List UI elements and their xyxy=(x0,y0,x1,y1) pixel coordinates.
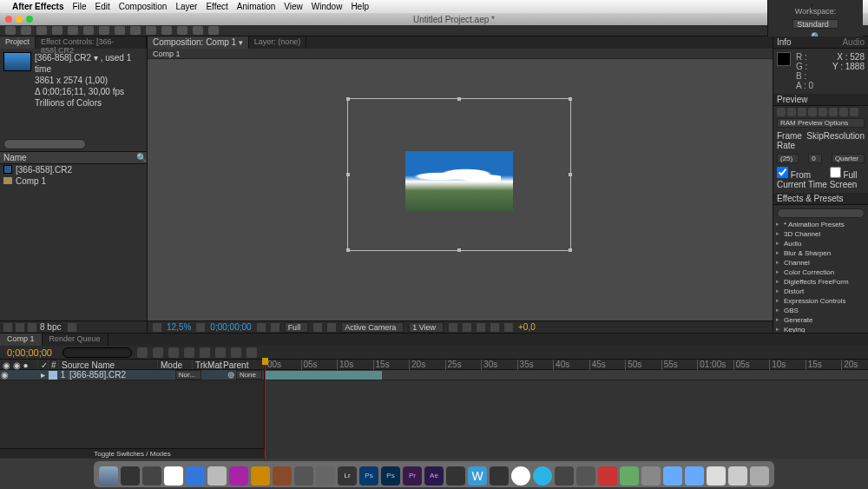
handle-icon[interactable] xyxy=(457,97,461,101)
composition-viewport[interactable] xyxy=(148,59,773,320)
brush-tool-icon[interactable] xyxy=(146,26,156,35)
dock-app-icon[interactable] xyxy=(446,466,465,486)
handle-icon[interactable] xyxy=(346,173,350,176)
resolution-icon[interactable] xyxy=(196,323,205,332)
dock-ical-icon[interactable] xyxy=(164,466,183,486)
motion-blur-icon[interactable] xyxy=(200,347,210,358)
comp-image[interactable] xyxy=(405,151,513,212)
tab-project[interactable]: Project xyxy=(0,36,36,49)
autokey-icon[interactable] xyxy=(231,347,241,358)
timeline-tracks[interactable]: 00s05s10s15s20s25s30s35s40s45s50s55s01:0… xyxy=(265,360,868,459)
tab-render-queue[interactable]: Render Queue xyxy=(43,334,108,346)
hand-tool-icon[interactable] xyxy=(21,26,31,35)
current-time-indicator[interactable] xyxy=(265,360,266,459)
menu-animation[interactable]: Animation xyxy=(237,2,275,11)
camera-dropdown[interactable]: Active Camera xyxy=(341,322,404,333)
selection-tool-icon[interactable] xyxy=(5,26,16,35)
timeline-layer-row[interactable]: ◉ ▸ 1 [366-858].CR2 Nor... ⊚ None xyxy=(0,370,264,380)
col-source-name[interactable]: Source Name xyxy=(59,360,158,369)
full-screen-checkbox[interactable]: Full Screen xyxy=(830,167,865,189)
handle-icon[interactable] xyxy=(346,248,350,252)
frame-blend-icon[interactable] xyxy=(184,347,194,358)
zoom-icon[interactable] xyxy=(26,16,33,23)
view-dropdown[interactable]: 1 View xyxy=(409,322,444,333)
minimize-icon[interactable] xyxy=(16,16,23,23)
menu-composition[interactable]: Composition xyxy=(119,2,168,11)
pen-tool-icon[interactable] xyxy=(115,26,125,35)
prev-frame-icon[interactable] xyxy=(787,108,796,116)
effect-category[interactable]: Generate xyxy=(773,315,868,325)
dock-photoshop-icon[interactable]: Ps xyxy=(359,466,378,486)
preview-panel-header[interactable]: Preview xyxy=(773,94,868,106)
dock-chrome-icon[interactable] xyxy=(511,466,530,486)
project-row-comp[interactable]: Comp 1 xyxy=(0,175,147,187)
timeline-icon[interactable] xyxy=(477,323,485,332)
tab-comp-timeline[interactable]: Comp 1 xyxy=(0,334,43,346)
tab-effect-controls[interactable]: Effect Controls: [366-858].CR2 xyxy=(36,36,147,49)
project-row-asset[interactable]: [366-858].CR2 xyxy=(0,164,147,175)
effect-category[interactable]: Keying xyxy=(773,325,868,333)
layer-track[interactable] xyxy=(265,370,868,380)
layer-label-color[interactable] xyxy=(49,371,57,380)
camera-tool-icon[interactable] xyxy=(68,26,78,35)
dock-word-icon[interactable]: W xyxy=(468,466,487,486)
dock-dashboard-icon[interactable] xyxy=(121,466,140,486)
fast-preview-icon[interactable] xyxy=(463,323,471,332)
clone-tool-icon[interactable] xyxy=(161,26,172,35)
resolution-dropdown[interactable]: Full xyxy=(285,322,309,333)
effect-category[interactable]: Audio xyxy=(773,239,868,248)
effect-category[interactable]: * Animation Presets xyxy=(773,220,868,229)
channel-icon[interactable] xyxy=(271,323,279,332)
dock-folder-icon[interactable] xyxy=(728,466,747,486)
trash-icon[interactable] xyxy=(68,323,76,332)
eraser-tool-icon[interactable] xyxy=(177,26,187,35)
current-timecode[interactable]: 0;00;00;00 xyxy=(0,347,59,358)
menu-file[interactable]: File xyxy=(72,2,86,11)
dock-skype-icon[interactable] xyxy=(533,466,552,486)
video-toggle-icon[interactable]: ◉ xyxy=(0,370,10,380)
dock-app-icon[interactable] xyxy=(555,466,574,486)
dock-premiere-icon[interactable]: Pr xyxy=(403,466,422,486)
rect-tool-icon[interactable] xyxy=(99,26,109,35)
comp-mini-flowchart-icon[interactable] xyxy=(137,347,148,358)
zoom-dropdown[interactable]: 12,5% xyxy=(167,322,191,332)
effect-category[interactable]: Digieffects FreeForm xyxy=(773,277,868,287)
dock-trash-icon[interactable] xyxy=(750,466,769,486)
pixel-aspect-icon[interactable] xyxy=(449,323,457,332)
dock-app-icon[interactable] xyxy=(294,466,313,486)
mute-icon[interactable] xyxy=(829,108,838,116)
dock-appstore-icon[interactable] xyxy=(186,466,205,486)
dock-app-icon[interactable] xyxy=(490,466,509,486)
handle-icon[interactable] xyxy=(569,97,572,101)
effect-category[interactable]: 3D Channel xyxy=(773,229,868,239)
dock-app-icon[interactable] xyxy=(316,466,335,486)
handle-icon[interactable] xyxy=(346,97,350,101)
menu-effect[interactable]: Effect xyxy=(206,2,227,11)
handle-icon[interactable] xyxy=(569,173,572,176)
traffic-lights[interactable] xyxy=(5,16,33,23)
dock-settings-icon[interactable] xyxy=(142,466,161,486)
effect-category[interactable]: Color Correction xyxy=(773,268,868,277)
hide-shy-icon[interactable] xyxy=(168,347,179,358)
col-name[interactable]: Name xyxy=(3,153,27,162)
snapshot-icon[interactable] xyxy=(257,323,266,332)
text-tool-icon[interactable] xyxy=(130,26,141,35)
draft3d-icon[interactable] xyxy=(153,347,163,358)
zoom-tool-icon[interactable] xyxy=(36,26,47,35)
parent-dropdown[interactable]: None xyxy=(236,370,262,380)
exposure-value[interactable]: +0,0 xyxy=(518,322,536,332)
interpret-icon[interactable] xyxy=(3,323,12,332)
puppet-tool-icon[interactable] xyxy=(208,26,219,35)
menu-layer[interactable]: Layer xyxy=(175,2,197,11)
time-ruler[interactable]: 00s05s10s15s20s25s30s35s40s45s50s55s01:0… xyxy=(265,360,868,370)
tab-layer[interactable]: Layer: (none) xyxy=(249,36,307,49)
timeline-search-input[interactable] xyxy=(62,347,132,358)
menu-edit[interactable]: Edit xyxy=(95,2,110,11)
dock-photoshop2-icon[interactable]: Ps xyxy=(381,466,400,486)
blend-mode-dropdown[interactable]: Nor... xyxy=(175,370,201,380)
project-search-input[interactable] xyxy=(3,139,86,149)
dock-itunes-icon[interactable] xyxy=(229,466,248,486)
close-icon[interactable] xyxy=(5,16,12,23)
dock-garageband-icon[interactable] xyxy=(273,466,292,486)
tab-composition[interactable]: Composition: Comp 1 ▾ xyxy=(148,36,249,49)
